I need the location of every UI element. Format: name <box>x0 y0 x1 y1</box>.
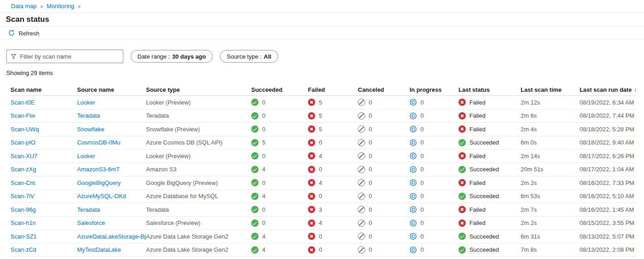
column-header-last-scan-run-date[interactable]: Last scan run date ↓ <box>580 86 637 93</box>
last-status-cell: Succeeded <box>459 166 521 173</box>
source-name-link[interactable]: Teradata <box>77 112 146 119</box>
command-bar: Refresh <box>0 27 644 40</box>
source-type-cell: Azure Data Lake Storage Gen2 <box>146 246 251 253</box>
succeeded-count: 4 <box>262 193 265 199</box>
status-succeeded-icon <box>459 246 466 254</box>
failed-icon <box>308 99 315 106</box>
source-type-value: All <box>264 53 272 60</box>
refresh-button[interactable]: Refresh <box>6 27 44 40</box>
scan-name-link[interactable]: Scan-UWq <box>10 126 77 133</box>
table-body: Scan-t0E Looker Looker (Preview) 0 5 0 0 <box>10 96 637 257</box>
succeeded-cell: 0 <box>251 112 308 120</box>
source-name-link[interactable]: Salesforce <box>77 219 146 226</box>
canceled-cell: 0 <box>358 99 410 106</box>
breadcrumb-link-monitoring[interactable]: Monitoring <box>47 3 74 10</box>
failed-cell: 5 <box>308 112 358 120</box>
scan-name-filter-input[interactable] <box>20 53 119 60</box>
source-type-filter-pill[interactable]: Source type : All <box>220 50 278 63</box>
source-name-link[interactable]: AzureMySQL-OKd <box>77 193 146 199</box>
table-row[interactable]: Scan-UWq Snowflake Snowflake (Preview) 0… <box>10 123 637 136</box>
column-header-succeeded[interactable]: Succeeded <box>251 86 308 93</box>
scan-name-link[interactable]: Scan-7iV <box>10 193 77 199</box>
table-row[interactable]: Scan-zXg AmazonS3-6mT Amazon S3 4 0 0 0 <box>10 163 637 177</box>
scan-name-link[interactable]: Scan-zXg <box>10 166 77 173</box>
column-header-label: Last scan time <box>521 86 561 93</box>
source-name-link[interactable]: Snowflake <box>77 126 146 133</box>
last-scan-run-date-cell: 08/18/2022, 5:28 PM <box>580 126 637 133</box>
source-type-cell: Azure Data Lake Storage Gen2 <box>146 233 251 240</box>
title-bar: Scan status <box>0 13 644 27</box>
scan-name-link[interactable]: Scan-XU7 <box>10 153 77 159</box>
column-header-source-name[interactable]: Source name <box>77 86 146 93</box>
succeeded-count: 0 <box>262 206 265 213</box>
source-name-link[interactable]: GoogleBigQuery <box>77 179 146 186</box>
breadcrumb-link-data-map[interactable]: Data map <box>11 3 36 10</box>
in-progress-icon <box>410 179 417 186</box>
succeeded-count: 4 <box>262 233 265 240</box>
table-row[interactable]: Scan-Cnt GoogleBigQuery Google BigQuery … <box>10 176 637 190</box>
table-header: Scan name Source name Source type Succee… <box>10 84 637 96</box>
scan-name-link[interactable]: Scan-h1n <box>10 219 77 226</box>
table-row[interactable]: Scan-pIO CosmosDB-0Mu Azure Cosmos DB (S… <box>10 136 637 150</box>
scan-name-link[interactable]: Scan-96g <box>10 206 77 213</box>
scan-name-link[interactable]: Scan-zCd <box>10 246 77 253</box>
scan-name-link[interactable]: Scan-Cnt <box>10 179 77 186</box>
table-row[interactable]: Scan-zCd MyTestDataLake Azure Data Lake … <box>10 244 637 257</box>
source-name-link[interactable]: MyTestDataLake <box>77 246 146 253</box>
canceled-icon <box>358 233 365 240</box>
canceled-count: 0 <box>369 233 372 240</box>
in-progress-count: 0 <box>420 139 424 146</box>
column-header-failed[interactable]: Failed <box>308 86 358 93</box>
last-status-cell: Failed <box>459 179 521 186</box>
scan-name-filter[interactable] <box>6 50 123 63</box>
succeeded-cell: 5 <box>251 139 308 146</box>
canceled-cell: 0 <box>358 166 410 173</box>
in-progress-icon <box>410 112 417 120</box>
column-header-last-status[interactable]: Last status <box>459 86 521 93</box>
source-name-link[interactable]: Looker <box>77 99 146 106</box>
failed-cell: 5 <box>308 99 358 106</box>
table-row[interactable]: Scan-96g Teradata Teradata 0 3 0 0 <box>10 203 637 217</box>
refresh-icon <box>8 30 15 37</box>
column-header-source-type[interactable]: Source type <box>146 86 251 93</box>
date-range-filter-pill[interactable]: Date range : 30 days ago <box>131 50 213 63</box>
scan-name-link[interactable]: Scan-pIO <box>10 139 77 146</box>
column-header-in-progress[interactable]: In progress <box>410 86 459 93</box>
in-progress-cell: 0 <box>410 233 459 240</box>
table-row[interactable]: Scan-h1n Salesforce Salesforce (Preview)… <box>10 217 637 230</box>
last-status-cell: Failed <box>459 206 521 213</box>
table-row[interactable]: Scan-7iV AzureMySQL-OKd Azure Database f… <box>10 190 637 204</box>
in-progress-cell: 0 <box>410 246 459 254</box>
last-status-label: Failed <box>469 112 485 119</box>
failed-icon <box>308 112 315 120</box>
source-name-link[interactable]: Looker <box>77 153 146 159</box>
in-progress-cell: 0 <box>410 139 459 146</box>
last-status-label: Succeeded <box>469 233 499 240</box>
source-name-link[interactable]: AmazonS3-6mT <box>77 166 146 173</box>
in-progress-count: 0 <box>420 246 424 253</box>
table-row[interactable]: Scan-t0E Looker Looker (Preview) 0 5 0 0 <box>10 96 637 110</box>
source-type-cell: Teradata <box>146 112 251 119</box>
last-scan-time-cell: 2m 7s <box>521 206 580 213</box>
table-row[interactable]: Scan-SZ1 AzureDataLakeStorage-Bpb Azure … <box>10 230 637 244</box>
last-scan-time-cell: 6m 0s <box>521 139 580 146</box>
source-type-cell: Looker (Preview) <box>146 99 251 106</box>
column-header-canceled[interactable]: Canceled <box>358 86 410 93</box>
table-row[interactable]: Scan-Flw Teradata Teradata 0 5 0 0 <box>10 110 637 123</box>
source-name-link[interactable]: CosmosDB-0Mu <box>77 139 146 146</box>
column-header-last-scan-time[interactable]: Last scan time <box>521 86 580 93</box>
canceled-cell: 0 <box>358 139 410 146</box>
status-failed-icon <box>459 152 466 159</box>
in-progress-icon <box>410 206 417 213</box>
column-header-scan-name[interactable]: Scan name <box>10 86 77 93</box>
in-progress-icon <box>410 193 417 200</box>
scan-name-link[interactable]: Scan-SZ1 <box>10 233 77 240</box>
source-name-link[interactable]: Teradata <box>77 206 146 213</box>
scan-name-link[interactable]: Scan-Flw <box>10 112 77 119</box>
scan-name-link[interactable]: Scan-t0E <box>10 99 77 106</box>
source-name-link[interactable]: AzureDataLakeStorage-Bpb <box>77 233 146 240</box>
source-type-cell: Teradata <box>146 206 251 213</box>
failed-cell: 0 <box>308 246 358 254</box>
table-row[interactable]: Scan-XU7 Looker Looker (Preview) 0 4 0 0 <box>10 149 637 163</box>
succeeded-cell: 4 <box>251 233 308 240</box>
